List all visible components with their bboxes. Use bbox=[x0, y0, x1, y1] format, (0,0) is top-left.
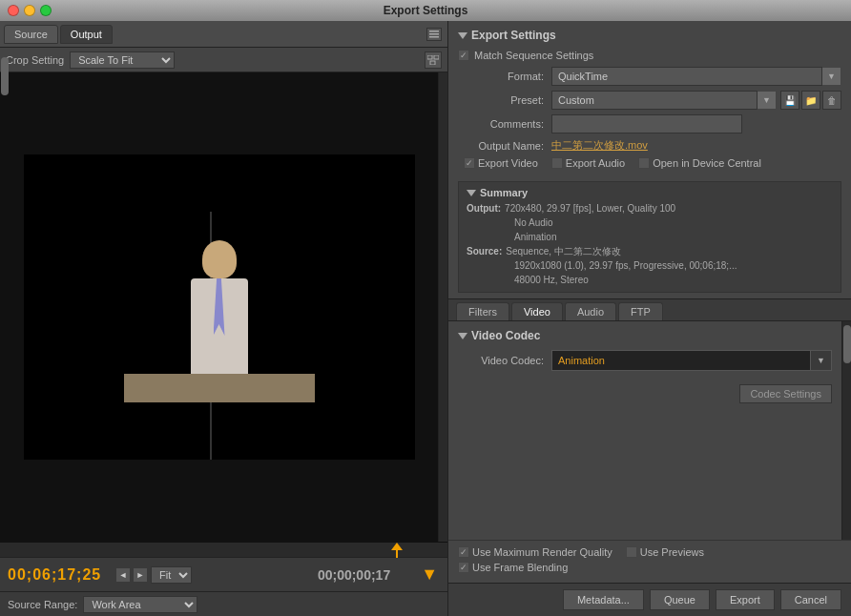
current-time-display: 00;06;17;25 bbox=[8, 566, 113, 584]
metadata-button[interactable]: Metadata... bbox=[563, 589, 644, 610]
source-range-select[interactable]: Work Area bbox=[83, 596, 197, 613]
use-previews-label: Use Previews bbox=[640, 546, 704, 558]
summary-source-detail: 1920x1080 (1.0), 29.97 fps, Progressive,… bbox=[514, 258, 737, 273]
use-frame-blending-checkbox[interactable] bbox=[458, 562, 469, 573]
tab-ftp[interactable]: FTP bbox=[618, 302, 663, 320]
source-range-label: Source Range: bbox=[8, 599, 77, 610]
format-input[interactable] bbox=[551, 67, 822, 86]
go-forward-button[interactable]: ► bbox=[134, 568, 147, 582]
svg-rect-0 bbox=[429, 31, 439, 32]
preview-scrollbar[interactable] bbox=[438, 72, 447, 542]
summary-collapse-icon[interactable] bbox=[467, 190, 476, 196]
playhead-marker-icon: ▼ bbox=[421, 565, 438, 585]
tab-output[interactable]: Output bbox=[60, 25, 113, 44]
summary-source-audio: 48000 Hz, Stereo bbox=[514, 273, 589, 287]
video-codec-label: Video Codec: bbox=[458, 355, 544, 366]
preset-folder-button[interactable]: 📁 bbox=[801, 91, 820, 110]
use-max-quality-label: Use Maximum Render Quality bbox=[472, 546, 612, 558]
svg-rect-5 bbox=[430, 61, 435, 65]
summary-output-value: 720x480, 29.97 [fps], Lower, Quality 100 bbox=[505, 201, 675, 216]
preset-label: Preset: bbox=[458, 94, 544, 106]
export-video-label: Export Video bbox=[478, 157, 538, 169]
match-sequence-checkbox[interactable] bbox=[458, 50, 469, 61]
use-frame-blending-label: Use Frame Blending bbox=[472, 562, 568, 573]
video-codec-section-label: Video Codec bbox=[471, 329, 540, 342]
summary-source-value: Sequence, 中二第二次修改 bbox=[506, 244, 621, 258]
codec-settings-button[interactable]: Codec Settings bbox=[739, 384, 832, 403]
comments-input[interactable] bbox=[551, 114, 742, 133]
export-button[interactable]: Export bbox=[716, 589, 775, 610]
minimize-button[interactable] bbox=[24, 5, 35, 16]
video-preview bbox=[0, 72, 438, 542]
svg-rect-1 bbox=[429, 33, 439, 35]
open-device-central-checkbox[interactable] bbox=[638, 157, 650, 169]
export-settings-label: Export Settings bbox=[471, 29, 556, 42]
tab-filters[interactable]: Filters bbox=[456, 302, 509, 320]
window-title: Export Settings bbox=[384, 4, 468, 17]
summary-output-key: Output: bbox=[467, 201, 501, 216]
svg-rect-2 bbox=[429, 36, 439, 38]
export-video-checkbox[interactable] bbox=[464, 157, 475, 169]
svg-rect-3 bbox=[427, 55, 432, 59]
svg-marker-6 bbox=[391, 543, 403, 550]
use-previews-checkbox[interactable] bbox=[626, 546, 637, 558]
video-codec-dropdown-button[interactable]: ▼ bbox=[811, 350, 832, 371]
timeline-bar bbox=[0, 542, 447, 557]
match-sequence-label: Match Sequence Settings bbox=[474, 50, 593, 61]
panel-menu-icon[interactable] bbox=[426, 28, 442, 41]
video-codec-input[interactable] bbox=[551, 350, 811, 371]
crop-setting-label: Crop Setting bbox=[6, 54, 64, 66]
preset-input[interactable] bbox=[551, 91, 758, 110]
video-codec-collapse-icon[interactable] bbox=[458, 333, 467, 339]
cancel-button[interactable]: Cancel bbox=[780, 589, 841, 610]
tab-audio[interactable]: Audio bbox=[565, 302, 616, 320]
use-max-quality-checkbox[interactable] bbox=[458, 546, 469, 558]
queue-button[interactable]: Queue bbox=[650, 589, 710, 610]
export-audio-label: Export Audio bbox=[566, 157, 625, 169]
tab-source[interactable]: Source bbox=[4, 25, 58, 44]
summary-animation: Animation bbox=[514, 230, 556, 244]
output-name-value[interactable]: 中二第二次修改.mov bbox=[551, 138, 648, 153]
maximize-button[interactable] bbox=[40, 5, 52, 16]
codec-scrollbar[interactable] bbox=[841, 321, 851, 540]
summary-label: Summary bbox=[480, 187, 528, 198]
summary-no-audio: No Audio bbox=[514, 216, 553, 230]
go-back-button[interactable]: ◄ bbox=[116, 568, 130, 582]
svg-rect-7 bbox=[396, 550, 398, 558]
zoom-select[interactable]: Fit bbox=[151, 566, 192, 584]
crop-expand-button[interactable] bbox=[425, 51, 442, 69]
format-dropdown-button[interactable]: ▼ bbox=[822, 67, 841, 86]
close-button[interactable] bbox=[8, 5, 19, 16]
preset-delete-button[interactable]: 🗑 bbox=[822, 91, 841, 110]
svg-rect-4 bbox=[434, 55, 439, 59]
crop-setting-select[interactable]: Scale To Fit bbox=[70, 51, 175, 69]
duration-display: 00;00;00;17 bbox=[318, 567, 390, 583]
open-device-central-label: Open in Device Central bbox=[653, 157, 761, 169]
export-audio-checkbox[interactable] bbox=[551, 157, 563, 169]
summary-source-key: Source: bbox=[467, 244, 502, 258]
output-name-label: Output Name: bbox=[458, 140, 544, 152]
preset-save-button[interactable]: 💾 bbox=[780, 91, 799, 110]
comments-label: Comments: bbox=[458, 118, 544, 130]
export-settings-collapse-icon[interactable] bbox=[458, 32, 467, 39]
preset-dropdown-button[interactable]: ▼ bbox=[758, 91, 777, 110]
format-label: Format: bbox=[458, 71, 544, 82]
tab-video[interactable]: Video bbox=[511, 302, 563, 320]
